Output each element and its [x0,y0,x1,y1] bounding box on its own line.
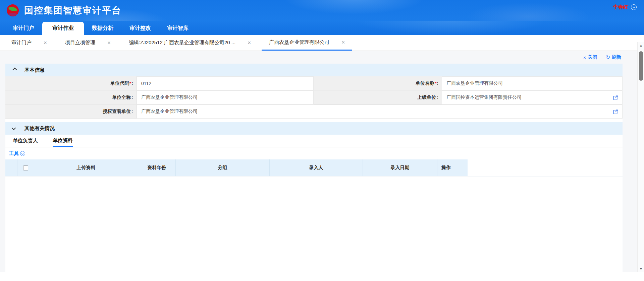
scroll-up-arrow-icon[interactable]: ▲ [638,42,644,49]
field-label-authorized-units: 授权查看单位: [5,104,137,119]
subtab-unit-leaders[interactable]: 单位负责人 [13,135,38,147]
basic-info-form: 单位代码*: 0112 单位名称*: 广西农垦企业管理有限公司 单位全称: 广西… [5,76,623,119]
field-label-parent-unit: 上级单位: [314,90,442,104]
documents-table-header: 上传资料 资料年份 分组 录入人 录入日期 操作 [5,159,623,176]
nav-item-audit-rectify[interactable]: 审计整改 [121,22,159,35]
close-icon[interactable]: × [341,40,345,45]
row-handle-column [5,159,17,176]
section-basic-info-header[interactable]: 基本信息 [5,64,623,76]
label-text: 上级单位 [417,94,436,100]
select-all-checkbox[interactable] [23,165,28,170]
tools-dropdown-button[interactable]: 工具 [9,150,19,157]
footer-strip [0,272,644,281]
required-mark: * [129,81,131,86]
label-text: 单位全称 [112,94,131,100]
field-label-unit-name: 单位名称*: [314,76,442,90]
workspace-tab-audit-portal[interactable]: 审计门户 × [4,35,54,51]
column-header-entry-date[interactable]: 录入日期 [363,159,437,176]
field-value-parent-unit[interactable]: 广西国控资本运营集团有限责任公司 [442,90,623,104]
required-mark: * [435,81,436,86]
documents-table-body-empty [5,176,623,272]
scroll-down-arrow-icon[interactable]: ▼ [638,265,644,272]
subtab-unit-documents[interactable]: 单位资料 [53,135,73,147]
label-colon: : [131,95,133,100]
section-title: 其他有关情况 [24,125,55,132]
chevron-up-icon [13,67,17,72]
workspace-tabstrip: 审计门户 × 项目立项管理 × 编辑:ZJ202512 广西农垦企业管理有限公司… [0,35,644,51]
tab-label: 编辑:ZJ202512 广西农垦企业管理有限公司20 ... [129,40,235,46]
field-value-authorized-units[interactable]: 广西农垦企业管理有限公司 [137,104,623,119]
nav-item-data-analysis[interactable]: 数据分析 [84,22,121,35]
column-header-upload-file[interactable]: 上传资料 [34,159,138,176]
chevron-down-circle-icon[interactable] [20,151,25,156]
field-value-unit-code[interactable]: 0112 [137,76,314,90]
field-label-unit-fullname: 单位全称: [5,90,137,104]
app-title: 国控集团智慧审计平台 [24,4,121,16]
column-header-actions: 操作 [437,159,468,176]
detail-panel: 基本信息 单位代码*: 0112 单位名称*: 广西农垦企业管理有限公司 单位全… [5,64,623,272]
tab-label: 项目立项管理 [65,40,95,46]
field-label-unit-code: 单位代码*: [5,76,137,90]
page-actions: × 关闭 ↻ 刷新 [5,51,639,64]
label-colon: : [131,81,133,86]
other-info-subtabs: 单位负责人 单位资料 [5,135,623,147]
section-gap [5,119,623,122]
tab-label: 审计门户 [11,40,32,46]
close-page-button[interactable]: × 关闭 [583,54,597,60]
chevron-down-icon[interactable] [631,4,637,10]
external-link-icon[interactable] [613,109,618,114]
column-header-group[interactable]: 分组 [176,159,270,176]
column-header-entered-by[interactable]: 录入人 [270,159,363,176]
chevron-down-icon [12,126,16,130]
value-text: 0112 [141,81,151,86]
app-header: 国控集团智慧审计平台 李春红 [0,0,644,21]
column-header-file-year[interactable]: 资料年份 [138,159,176,176]
label-text: 单位代码 [110,80,129,86]
workspace-tab-project-setup[interactable]: 项目立项管理 × [58,35,118,51]
value-text: 广西农垦企业管理有限公司 [446,80,503,86]
close-icon[interactable]: × [44,40,47,46]
field-value-unit-fullname[interactable]: 广西农垦企业管理有限公司 [137,90,314,104]
nav-item-audit-work[interactable]: 审计作业 [42,22,84,35]
label-text: 授权查看单位 [103,109,131,115]
scrollbar-thumb[interactable] [639,51,643,81]
select-all-cell [17,159,34,176]
close-label: 关闭 [588,54,597,60]
close-icon[interactable]: × [248,40,251,46]
refresh-icon: ↻ [606,54,610,60]
label-colon: : [437,81,438,86]
user-menu[interactable]: 李春红 [613,4,637,10]
value-text: 广西国控资本运营集团有限责任公司 [446,94,522,100]
workspace-tab-company-detail[interactable]: 广西农垦企业管理有限公司 × [262,35,352,51]
vertical-scrollbar[interactable]: ▲ ▼ [637,42,644,272]
external-link-icon[interactable] [613,95,618,100]
nav-item-audit-knowledge[interactable]: 审计智库 [159,22,197,35]
field-value-unit-name[interactable]: 广西农垦企业管理有限公司 [442,76,623,90]
nav-item-audit-portal[interactable]: 审计门户 [5,22,42,35]
value-text: 广西农垦企业管理有限公司 [141,109,198,115]
close-icon[interactable]: × [107,40,111,46]
main-nav: 审计门户 审计作业 数据分析 审计整改 审计智库 [0,21,644,35]
section-other-info-header[interactable]: 其他有关情况 [5,122,623,135]
label-colon: : [437,95,438,100]
label-text: 单位名称 [416,80,434,86]
table-toolbar: 工具 [5,147,623,159]
content-area: × 关闭 ↻ 刷新 基本信息 单位代码*: 0112 单位名称*: 广西农 [0,51,644,272]
user-name[interactable]: 李春红 [613,4,628,10]
close-icon: × [583,55,586,60]
section-title: 基本信息 [24,67,45,73]
tab-label: 广西农垦企业管理有限公司 [269,39,329,46]
value-text: 广西农垦企业管理有限公司 [141,94,198,100]
refresh-page-button[interactable]: ↻ 刷新 [606,54,621,60]
company-logo-icon [7,4,19,16]
workspace-tab-edit-project[interactable]: 编辑:ZJ202512 广西农垦企业管理有限公司20 ... × [121,35,258,51]
refresh-label: 刷新 [612,54,621,60]
label-colon: : [131,109,133,114]
